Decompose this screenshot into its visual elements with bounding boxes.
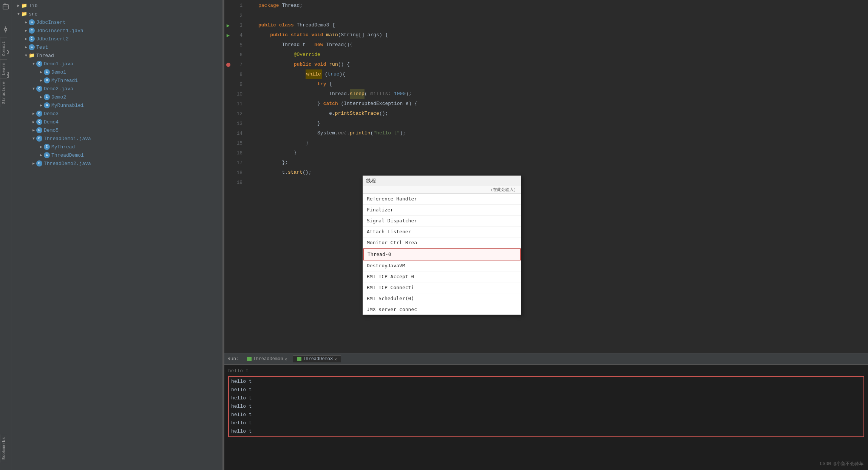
thread-item-rmi-tcp-accept[interactable]: RMI TCP Accept-0 [363, 271, 521, 282]
tree-arrow-demo2[interactable]: ▶ [39, 95, 44, 99]
tree-arrow-threaddemo1[interactable]: ▶ [39, 153, 44, 157]
tree-item-demo1[interactable]: ▶ C Demo1 [11, 68, 222, 76]
tree-label-mythread1: MyThread1 [51, 78, 78, 83]
java-icon-jdbcinsert: C [29, 19, 35, 25]
thread-item-monitor-ctrl[interactable]: Monitor Ctrl-Brea [363, 237, 521, 248]
code-line-13: } [258, 119, 868, 128]
side-label-learn[interactable]: Learn [0, 59, 7, 78]
tree-arrow-jdbcinsert2[interactable]: ▶ [23, 37, 29, 41]
tree-label-src: src [29, 11, 37, 17]
tree-arrow-demo1[interactable]: ▶ [39, 70, 44, 74]
tree-arrow-thread[interactable]: ▼ [23, 54, 29, 58]
thread-list[interactable]: Reference Handler Finalizer Signal Dispa… [363, 194, 521, 314]
run-tab-close-2[interactable]: ✕ [334, 357, 337, 362]
tree-item-myrunnable1[interactable]: ▶ C MyRunnable1 [11, 101, 222, 109]
run-tab-close-1[interactable]: ✕ [284, 357, 287, 362]
java-icon-demo5: C [36, 127, 42, 133]
run-tab-label-2: ThreadDemo3 [303, 356, 333, 362]
tree-arrow-test[interactable]: ▶ [23, 45, 29, 49]
tree-item-threaddemo1[interactable]: ▶ C ThreadDemo1 [11, 151, 222, 159]
tree-label-demo1java: Demo1.java [44, 61, 73, 67]
code-line-6: @Override [258, 50, 868, 60]
thread-item-finalizer[interactable]: Finalizer [363, 205, 521, 216]
run-tabs: Run: ThreadDemo6 ✕ ThreadDemo3 ✕ [224, 353, 868, 365]
tree-item-demo2java[interactable]: ▼ C Demo2.java [11, 85, 222, 93]
tree-item-src[interactable]: ▼ 📁 src [11, 10, 222, 18]
code-line-15: } [258, 138, 868, 148]
thread-item-attach-listener[interactable]: Attach Listener [363, 227, 521, 237]
java-icon-threaddemo1java: C [36, 136, 42, 142]
code-line-10: Thread.sleep( millis: 1000); [258, 89, 868, 99]
tree-item-demo3[interactable]: ▶ C Demo3 [11, 109, 222, 118]
side-label-commit[interactable]: Commit [0, 38, 7, 59]
project-icon-btn[interactable] [0, 2, 11, 12]
run-tab-label-1: ThreadDemo6 [253, 356, 283, 362]
side-label-bookmarks[interactable]: Bookmarks [0, 434, 7, 462]
side-label-structure[interactable]: Structure [0, 78, 7, 107]
tree-arrow-mythread[interactable]: ▶ [39, 145, 44, 149]
tree-arrow-demo1java[interactable]: ▼ [31, 62, 36, 66]
commit-icon-btn[interactable] [0, 24, 11, 35]
thread-item-rmi-scheduler[interactable]: RMI Scheduler(0) [363, 293, 521, 304]
tree-item-demo4[interactable]: ▶ C Demo4 [11, 118, 222, 126]
run-tab-threaddemo6[interactable]: ThreadDemo6 ✕ [243, 355, 291, 362]
tree-arrow-jdbcinsert[interactable]: ▶ [23, 20, 29, 25]
tree-arrow-lib[interactable]: ▶ [16, 3, 21, 8]
tree-label-lib: lib [29, 3, 37, 9]
tree-arrow-demo4[interactable]: ▶ [31, 120, 36, 124]
code-line-4: public static void main(String[] args) { [258, 30, 868, 40]
tree-item-test[interactable]: ▶ C Test [11, 43, 222, 51]
code-lines: package Thread; public class ThreadDemo3… [255, 0, 868, 353]
thread-item-signal-dispatcher[interactable]: Signal Dispatcher [363, 216, 521, 227]
tree-item-mythread1[interactable]: ▶ C MyThread1 [11, 76, 222, 85]
tree-item-demo2[interactable]: ▶ C Demo2 [11, 93, 222, 101]
thread-popup-header: 线程 [363, 176, 521, 186]
folder-icon-lib: 📁 [21, 3, 27, 9]
file-tree-panel: ▶ 📁 lib ▼ 📁 src ▶ C JdbcInsert ▶ C JdbcI… [11, 0, 223, 470]
tree-arrow-myrunnable1[interactable]: ▶ [39, 103, 44, 108]
tree-item-jdbcinsert2[interactable]: ▶ C JdbcInsert2 [11, 35, 222, 43]
java-icon-demo4: C [36, 119, 42, 125]
java-icon-demo1java: C [36, 61, 42, 67]
run-tab-icon-1 [247, 357, 252, 361]
thread-item-reference-handler[interactable]: Reference Handler [363, 194, 521, 205]
thread-item-jmx-server[interactable]: JMX server connec [363, 304, 521, 314]
tree-label-demo5: Demo5 [44, 128, 59, 133]
code-line-19 [258, 177, 868, 187]
tree-arrow-mythread1[interactable]: ▶ [39, 78, 44, 83]
tree-item-mythread[interactable]: ▶ C MyThread [11, 143, 222, 151]
code-line-3: public class ThreadDemo3 { [258, 20, 868, 30]
tree-label-demo2: Demo2 [51, 94, 66, 100]
tree-arrow-demo3[interactable]: ▶ [31, 111, 36, 116]
tree-item-lib[interactable]: ▶ 📁 lib [11, 2, 222, 10]
tree-item-demo1java[interactable]: ▼ C Demo1.java [11, 60, 222, 68]
thread-item-thread0[interactable]: Thread-0 [363, 248, 521, 260]
tree-label-mythread: MyThread [51, 144, 75, 150]
tree-label-thread: Thread [36, 53, 54, 59]
thread-item-destroyjavavm[interactable]: DestroyJavaVM [363, 260, 521, 271]
tree-label-demo3: Demo3 [44, 111, 59, 117]
java-icon-threaddemo1: C [44, 152, 50, 158]
tree-item-thread[interactable]: ▼ 📁 Thread [11, 51, 222, 60]
tree-arrow-threaddemo2java[interactable]: ▶ [31, 161, 36, 166]
thread-item-rmi-tcp-conn1[interactable]: RMI TCP Connecti [363, 282, 521, 293]
java-icon-demo2: C [44, 94, 50, 100]
output-line-5: hello t [231, 411, 861, 419]
code-line-16: } [258, 148, 868, 158]
java-icon-jdbcinsert1: C [29, 28, 35, 34]
run-tab-threaddemo3[interactable]: ThreadDemo3 ✕ [293, 355, 341, 362]
tree-arrow-jdbcinsert1[interactable]: ▶ [23, 28, 29, 33]
tree-item-threaddemo1java[interactable]: ▼ C ThreadDemo1.java [11, 134, 222, 143]
tree-label-demo2java: Demo2.java [44, 86, 73, 92]
java-icon-mythread1: C [44, 77, 50, 83]
tree-arrow-demo2java[interactable]: ▼ [31, 87, 36, 91]
tree-arrow-src[interactable]: ▼ [16, 12, 21, 16]
tree-arrow-threaddemo1java[interactable]: ▼ [31, 137, 36, 141]
tree-item-jdbcinsert1[interactable]: ▶ C JdbcInsert1.java [11, 26, 222, 35]
tree-arrow-demo5[interactable]: ▶ [31, 128, 36, 133]
code-line-9: try { [258, 79, 868, 89]
tree-item-jdbcinsert[interactable]: ▶ C JdbcInsert [11, 18, 222, 26]
code-line-14: System.out.println("hello t"); [258, 128, 868, 138]
tree-item-demo5[interactable]: ▶ C Demo5 [11, 126, 222, 134]
tree-item-threaddemo2java[interactable]: ▶ C ThreadDemo2.java [11, 159, 222, 168]
